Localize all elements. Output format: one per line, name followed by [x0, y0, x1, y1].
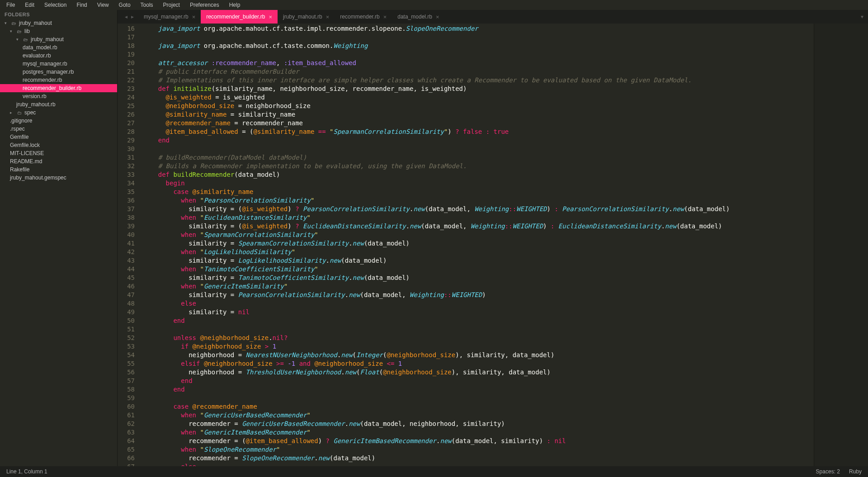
close-icon[interactable]: × — [436, 14, 439, 20]
code-content[interactable]: java_import org.apache.mahout.cf.taste.i… — [143, 24, 814, 466]
menu-goto[interactable]: Goto — [114, 1, 135, 9]
tree-label: mysql_manager.rb — [23, 61, 67, 67]
menu-find[interactable]: Find — [72, 1, 91, 9]
tree-label: .rspec — [10, 126, 25, 132]
tree-file[interactable]: Rakefile — [0, 165, 117, 174]
folder-icon: 🗁 — [17, 29, 22, 34]
tree-label: jruby_mahout — [31, 36, 64, 43]
line-gutter: 16 17 18 19 20 21 22 23 24 25 26 27 28 2… — [118, 24, 143, 466]
tree-file[interactable]: jruby_mahout.gemspec — [0, 174, 117, 182]
status-spaces[interactable]: Spaces: 2 — [816, 468, 840, 475]
tree-label: lib — [24, 28, 30, 34]
code-editor[interactable]: 16 17 18 19 20 21 22 23 24 25 26 27 28 2… — [118, 24, 868, 466]
tree-file[interactable]: .gitignore — [0, 117, 117, 125]
tab-label: recommender_builder.rb — [206, 14, 265, 20]
folders-header: FOLDERS — [0, 10, 117, 19]
menu-help[interactable]: Help — [225, 1, 245, 9]
tabs-overflow-icon[interactable]: ▾ — [856, 14, 868, 20]
menu-edit[interactable]: Edit — [20, 1, 39, 9]
tree-label: .gitignore — [10, 118, 32, 124]
tab-label: mysql_manager.rb — [144, 14, 189, 20]
tab-label: data_model.rb — [397, 14, 432, 20]
editor-pane: ◂ ▸ mysql_manager.rb × recommender_build… — [118, 10, 868, 466]
tree-label: MIT-LICENSE — [10, 150, 44, 156]
tree-label: jruby_mahout.gemspec — [10, 175, 66, 181]
tree-label: recommender.rb — [23, 77, 62, 83]
tab-label: jruby_mahout.rb — [283, 14, 322, 20]
tree-file[interactable]: mysql_manager.rb — [0, 60, 117, 68]
folder-tree: ▾ 🗁 jruby_mahout ▾ 🗁 lib ▾ 🗁 jruby_mahou… — [0, 19, 117, 182]
tree-folder-lib[interactable]: ▾ 🗁 lib — [0, 27, 117, 35]
tree-file[interactable]: postgres_manager.rb — [0, 68, 117, 76]
tree-file[interactable]: README.md — [0, 157, 117, 165]
tree-label: postgres_manager.rb — [23, 69, 74, 75]
tree-label: version.rb — [23, 93, 47, 99]
arrow-left-icon[interactable]: ◂ — [125, 14, 127, 20]
statusbar: Line 1, Column 1 Spaces: 2 Ruby — [0, 466, 868, 477]
tree-file[interactable]: Gemfile — [0, 133, 117, 141]
chevron-down-icon: ▾ — [16, 37, 21, 42]
tree-folder-jruby-mahout[interactable]: ▾ 🗁 jruby_mahout — [0, 35, 117, 43]
tree-file[interactable]: Gemfile.lock — [0, 141, 117, 149]
menu-project[interactable]: Project — [159, 1, 184, 9]
folder-icon: 🗁 — [24, 37, 28, 42]
tree-label: spec — [24, 109, 36, 116]
close-icon[interactable]: × — [192, 14, 196, 20]
tree-root[interactable]: ▾ 🗁 jruby_mahout — [0, 19, 117, 27]
status-language[interactable]: Ruby — [849, 468, 862, 475]
tab-bar: ◂ ▸ mysql_manager.rb × recommender_build… — [118, 10, 868, 24]
menu-file[interactable]: File — [2, 1, 19, 9]
minimap[interactable] — [814, 24, 868, 466]
tree-label: data_model.rb — [23, 44, 57, 51]
tree-folder-spec[interactable]: ▸ 🗀 spec — [0, 109, 117, 117]
tree-label: evaluator.rb — [23, 52, 51, 59]
close-icon[interactable]: × — [326, 14, 330, 20]
tab[interactable]: jruby_mahout.rb × — [278, 10, 335, 24]
tree-file[interactable]: evaluator.rb — [0, 52, 117, 60]
tab[interactable]: data_model.rb × — [392, 10, 444, 24]
tab-label: recommender.rb — [340, 14, 379, 20]
close-icon[interactable]: × — [383, 14, 387, 20]
tree-file[interactable]: data_model.rb — [0, 43, 117, 52]
tree-label: Rakefile — [10, 166, 29, 173]
menu-tools[interactable]: Tools — [136, 1, 158, 9]
status-position[interactable]: Line 1, Column 1 — [6, 468, 47, 475]
main-area: FOLDERS ▾ 🗁 jruby_mahout ▾ 🗁 lib ▾ 🗁 jru… — [0, 10, 868, 466]
tree-label: jruby_mahout.rb — [16, 101, 56, 108]
menu-view[interactable]: View — [93, 1, 113, 9]
tree-label: Gemfile — [10, 134, 28, 140]
tree-file[interactable]: MIT-LICENSE — [0, 149, 117, 157]
chevron-down-icon: ▾ — [10, 29, 14, 33]
tree-file[interactable]: .rspec — [0, 125, 117, 133]
tab[interactable]: recommender.rb × — [335, 10, 392, 24]
tree-label: README.md — [10, 158, 42, 165]
tree-label: Gemfile.lock — [10, 142, 40, 148]
folder-icon: 🗀 — [17, 110, 22, 115]
tree-file[interactable]: jruby_mahout.rb — [0, 100, 117, 109]
chevron-right-icon: ▸ — [10, 110, 14, 115]
folder-icon: 🗁 — [12, 21, 16, 26]
arrow-right-icon[interactable]: ▸ — [131, 14, 134, 20]
sidebar: FOLDERS ▾ 🗁 jruby_mahout ▾ 🗁 lib ▾ 🗁 jru… — [0, 10, 118, 466]
menu-preferences[interactable]: Preferences — [185, 1, 224, 9]
tree-file-active[interactable]: recommender_builder.rb — [0, 84, 117, 92]
tab[interactable]: mysql_manager.rb × — [138, 10, 201, 24]
close-icon[interactable]: × — [269, 14, 272, 20]
tree-label: recommender_builder.rb — [23, 85, 81, 91]
tab-nav: ◂ ▸ — [120, 14, 138, 20]
menubar: File Edit Selection Find View Goto Tools… — [0, 0, 868, 10]
tree-file[interactable]: version.rb — [0, 92, 117, 100]
tree-label: jruby_mahout — [19, 20, 52, 26]
menu-selection[interactable]: Selection — [40, 1, 71, 9]
tab-active[interactable]: recommender_builder.rb × — [201, 10, 278, 24]
chevron-down-icon: ▾ — [5, 21, 9, 25]
tree-file[interactable]: recommender.rb — [0, 76, 117, 84]
